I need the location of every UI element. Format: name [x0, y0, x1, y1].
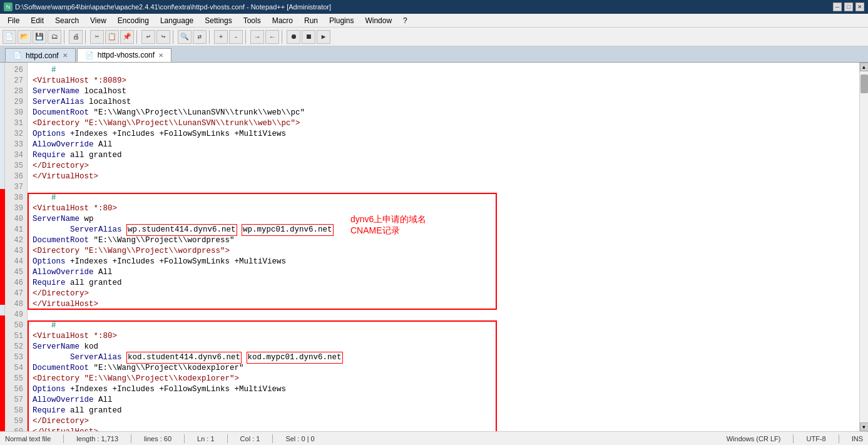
line-number: 35	[9, 161, 23, 171]
margin-indicator	[0, 337, 5, 347]
line-number: 39	[9, 203, 23, 214]
line-number: 41	[9, 225, 23, 235]
find-button[interactable]: 🔍	[178, 30, 191, 44]
code-line: ServerName localhost	[33, 86, 854, 97]
menu-search[interactable]: Search	[50, 15, 84, 26]
outdent-button[interactable]: ←	[265, 30, 279, 44]
margin-indicator	[0, 263, 5, 274]
toolbar-sep-3	[136, 30, 139, 44]
copy-button[interactable]: 📋	[105, 30, 119, 44]
open-button[interactable]: 📂	[18, 30, 31, 44]
menu-language[interactable]: Language	[155, 15, 198, 26]
print-button[interactable]: 🖨	[69, 30, 83, 44]
menu-settings[interactable]: Settings	[200, 15, 237, 26]
maximize-button[interactable]: □	[844, 3, 853, 11]
margin-indicator	[0, 389, 5, 400]
line-number: 29	[9, 97, 23, 108]
margin-indicator	[0, 126, 5, 136]
scroll-up-arrow[interactable]: ▲	[860, 63, 869, 71]
line-number: 56	[9, 384, 23, 395]
tab-close-httpd-conf[interactable]: ✕	[63, 52, 68, 59]
tab-httpd-conf[interactable]: 📄 httpd.conf ✕	[5, 48, 76, 62]
margin-indicator	[0, 400, 5, 411]
code-line: ServerName wp	[33, 214, 854, 225]
margin-indicator	[0, 168, 5, 178]
menu-file[interactable]: File	[3, 15, 24, 26]
line-number: 40	[9, 214, 23, 225]
margin-indicator	[0, 63, 5, 73]
margin-indicator	[0, 147, 5, 158]
macro-rec-button[interactable]: ⏺	[287, 30, 300, 44]
menu-encoding[interactable]: Encoding	[113, 15, 154, 26]
left-margin	[0, 63, 5, 431]
zoom-out-button[interactable]: -	[229, 30, 243, 44]
line-number: 57	[9, 395, 23, 406]
code-line: DocumentRoot "E:\\Wang\\Project\\kodexpl…	[33, 363, 854, 374]
code-line: <VirtualHost *:80>	[33, 331, 854, 342]
tab-close-vhosts[interactable]: ✕	[158, 52, 163, 59]
code-line: Require all granted	[33, 406, 854, 416]
toolbar-sep-7	[282, 30, 284, 44]
menu-run[interactable]: Run	[299, 15, 323, 26]
menu-tools[interactable]: Tools	[238, 15, 266, 26]
status-ln: Ln : 1	[197, 435, 215, 442]
paste-button[interactable]: 📌	[120, 30, 134, 44]
menu-edit[interactable]: Edit	[26, 15, 49, 26]
line-number: 33	[9, 140, 23, 150]
margin-indicator	[0, 231, 5, 242]
scroll-track[interactable]	[860, 71, 869, 422]
indent-button[interactable]: →	[250, 30, 264, 44]
margin-indicator	[0, 274, 5, 284]
margin-indicator	[0, 189, 5, 200]
margin-indicator	[0, 368, 5, 379]
margin-indicator	[0, 73, 5, 84]
status-sep-1	[63, 434, 64, 443]
code-line: </VirtualHost>	[33, 171, 854, 182]
minimize-button[interactable]: ─	[833, 3, 842, 11]
margin-indicator	[0, 421, 5, 431]
scroll-thumb[interactable]	[860, 74, 868, 93]
code-content[interactable]: # <VirtualHost *:8089> ServerName localh…	[28, 63, 859, 431]
menu-window[interactable]: Window	[360, 15, 397, 26]
code-line: <Directory "E:\\Wang\\Project\\kodexplor…	[33, 374, 854, 384]
menu-view[interactable]: View	[85, 15, 111, 26]
line-number: 46	[9, 278, 23, 289]
line-number: 42	[9, 235, 23, 246]
menu-plugins[interactable]: Plugins	[324, 15, 359, 26]
code-line: Require all granted	[33, 278, 854, 289]
tab-label-httpd-conf: httpd.conf	[26, 51, 59, 60]
zoom-in-button[interactable]: +	[214, 30, 228, 44]
macro-play-button[interactable]: ▶	[317, 30, 330, 44]
line-number: 59	[9, 416, 23, 427]
code-line: ServerAlias localhost	[33, 97, 854, 108]
menu-macro[interactable]: Macro	[267, 15, 298, 26]
close-button[interactable]: ✕	[855, 3, 864, 11]
margin-indicator	[0, 326, 5, 337]
status-length: length : 1,713	[76, 435, 118, 442]
code-line: AllowOverride All	[33, 395, 854, 406]
line-number: 47	[9, 289, 23, 299]
save-button[interactable]: 💾	[33, 30, 46, 44]
editor-area[interactable]: 2627282930313233343536373839404142434445…	[0, 63, 868, 431]
save-all-button[interactable]: 🗂	[48, 30, 61, 44]
redo-button[interactable]: ↪	[156, 30, 170, 44]
line-number: 54	[9, 363, 23, 374]
line-numbers: 2627282930313233343536373839404142434445…	[5, 63, 28, 431]
line-number: 30	[9, 108, 23, 118]
vertical-scrollbar[interactable]: ▲ ▼	[859, 63, 868, 431]
code-line: DocumentRoot "E:\\Wang\\Project\\wordpre…	[33, 235, 854, 246]
undo-button[interactable]: ↩	[141, 30, 155, 44]
scroll-down-arrow[interactable]: ▼	[860, 422, 869, 431]
replace-button[interactable]: ⇄	[193, 30, 207, 44]
new-button[interactable]: 📄	[3, 30, 16, 44]
menu-help[interactable]: ?	[398, 15, 412, 26]
margin-indicator	[0, 210, 5, 221]
toolbar-sep-2	[85, 30, 88, 44]
status-sep-2	[131, 434, 131, 443]
tab-httpd-vhosts-conf[interactable]: 📄 httpd-vhosts.conf ✕	[77, 48, 171, 62]
cut-button[interactable]: ✂	[90, 30, 104, 44]
margin-indicator	[0, 252, 5, 263]
status-bar: Normal text file length : 1,713 lines : …	[0, 431, 868, 445]
macro-stop-button[interactable]: ⏹	[302, 30, 315, 44]
window-controls[interactable]: ─ □ ✕	[833, 3, 864, 11]
